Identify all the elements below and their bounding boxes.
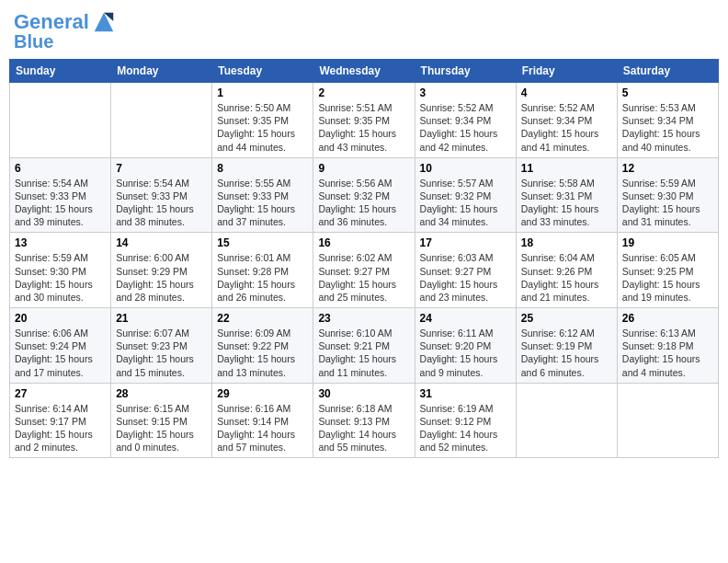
calendar-cell: 29Sunrise: 6:16 AM Sunset: 9:14 PM Dayli…	[212, 383, 313, 458]
calendar-cell: 12Sunrise: 5:59 AM Sunset: 9:30 PM Dayli…	[617, 157, 718, 233]
day-number: 13	[15, 236, 106, 249]
calendar-cell: 16Sunrise: 6:02 AM Sunset: 9:27 PM Dayli…	[313, 233, 415, 308]
calendar-cell: 15Sunrise: 6:01 AM Sunset: 9:28 PM Dayli…	[212, 233, 313, 308]
calendar-cell: 2Sunrise: 5:51 AM Sunset: 9:35 PM Daylig…	[313, 83, 415, 158]
day-info: Sunrise: 5:59 AM Sunset: 9:30 PM Dayligh…	[15, 251, 106, 304]
day-info: Sunrise: 6:07 AM Sunset: 9:23 PM Dayligh…	[116, 327, 207, 379]
day-info: Sunrise: 5:52 AM Sunset: 9:34 PM Dayligh…	[521, 101, 612, 154]
calendar-cell: 17Sunrise: 6:03 AM Sunset: 9:27 PM Dayli…	[415, 233, 516, 308]
calendar-cell: 11Sunrise: 5:58 AM Sunset: 9:31 PM Dayli…	[516, 157, 617, 233]
day-number: 10	[420, 162, 511, 175]
day-info: Sunrise: 6:16 AM Sunset: 9:14 PM Dayligh…	[217, 402, 308, 454]
calendar-cell: 3Sunrise: 5:52 AM Sunset: 9:34 PM Daylig…	[415, 83, 516, 158]
day-info: Sunrise: 6:14 AM Sunset: 9:17 PM Dayligh…	[15, 402, 106, 454]
day-info: Sunrise: 6:11 AM Sunset: 9:20 PM Dayligh…	[420, 327, 511, 379]
day-number: 19	[622, 236, 713, 249]
day-info: Sunrise: 5:55 AM Sunset: 9:33 PM Dayligh…	[217, 177, 308, 229]
calendar-cell: 18Sunrise: 6:04 AM Sunset: 9:26 PM Dayli…	[516, 233, 617, 308]
calendar-cell: 30Sunrise: 6:18 AM Sunset: 9:13 PM Dayli…	[313, 383, 415, 458]
day-number: 23	[318, 312, 409, 325]
day-info: Sunrise: 6:18 AM Sunset: 9:13 PM Dayligh…	[318, 402, 409, 454]
calendar-cell: 19Sunrise: 6:05 AM Sunset: 9:25 PM Dayli…	[617, 233, 718, 308]
day-info: Sunrise: 6:06 AM Sunset: 9:24 PM Dayligh…	[15, 327, 106, 379]
day-info: Sunrise: 6:00 AM Sunset: 9:29 PM Dayligh…	[116, 251, 207, 304]
day-number: 18	[521, 236, 612, 249]
day-info: Sunrise: 6:02 AM Sunset: 9:27 PM Dayligh…	[318, 251, 409, 304]
day-info: Sunrise: 5:54 AM Sunset: 9:33 PM Dayligh…	[15, 177, 106, 229]
day-info: Sunrise: 5:56 AM Sunset: 9:32 PM Dayligh…	[318, 177, 409, 229]
calendar-week-row: 20Sunrise: 6:06 AM Sunset: 9:24 PM Dayli…	[10, 308, 719, 384]
day-number: 12	[622, 162, 713, 175]
day-number: 25	[521, 312, 612, 325]
calendar-cell: 14Sunrise: 6:00 AM Sunset: 9:29 PM Dayli…	[111, 233, 212, 308]
calendar-header-row: SundayMondayTuesdayWednesdayThursdayFrid…	[10, 60, 719, 83]
day-number: 1	[217, 86, 308, 99]
logo-text: General	[14, 11, 89, 33]
day-info: Sunrise: 5:59 AM Sunset: 9:30 PM Dayligh…	[622, 177, 713, 229]
day-info: Sunrise: 6:15 AM Sunset: 9:15 PM Dayligh…	[116, 402, 207, 454]
day-number: 11	[521, 162, 612, 175]
day-info: Sunrise: 6:13 AM Sunset: 9:18 PM Dayligh…	[622, 327, 713, 379]
day-number: 22	[217, 312, 308, 325]
calendar-cell: 31Sunrise: 6:19 AM Sunset: 9:12 PM Dayli…	[415, 383, 516, 458]
day-number: 3	[420, 86, 511, 99]
column-header-thursday: Thursday	[415, 60, 516, 83]
logo: General Blue	[14, 9, 117, 52]
calendar-week-row: 6Sunrise: 5:54 AM Sunset: 9:33 PM Daylig…	[10, 157, 719, 233]
day-number: 14	[116, 236, 207, 249]
day-info: Sunrise: 6:12 AM Sunset: 9:19 PM Dayligh…	[521, 327, 612, 379]
day-number: 31	[420, 387, 511, 400]
calendar-table: SundayMondayTuesdayWednesdayThursdayFrid…	[9, 59, 719, 458]
day-number: 28	[116, 387, 207, 400]
calendar-cell	[10, 83, 111, 158]
day-number: 20	[15, 312, 106, 325]
day-info: Sunrise: 6:19 AM Sunset: 9:12 PM Dayligh…	[420, 402, 511, 454]
calendar-cell: 27Sunrise: 6:14 AM Sunset: 9:17 PM Dayli…	[10, 383, 111, 458]
day-number: 29	[217, 387, 308, 400]
calendar-cell: 13Sunrise: 5:59 AM Sunset: 9:30 PM Dayli…	[10, 233, 111, 308]
column-header-sunday: Sunday	[10, 60, 111, 83]
calendar-cell	[516, 383, 617, 458]
calendar-cell: 22Sunrise: 6:09 AM Sunset: 9:22 PM Dayli…	[212, 308, 313, 384]
day-info: Sunrise: 5:54 AM Sunset: 9:33 PM Dayligh…	[116, 177, 207, 229]
calendar-cell: 8Sunrise: 5:55 AM Sunset: 9:33 PM Daylig…	[212, 157, 313, 233]
calendar-cell: 7Sunrise: 5:54 AM Sunset: 9:33 PM Daylig…	[111, 157, 212, 233]
day-number: 9	[318, 162, 409, 175]
calendar-cell: 4Sunrise: 5:52 AM Sunset: 9:34 PM Daylig…	[516, 83, 617, 158]
calendar-cell	[111, 83, 212, 158]
day-info: Sunrise: 6:04 AM Sunset: 9:26 PM Dayligh…	[521, 251, 612, 304]
day-info: Sunrise: 5:58 AM Sunset: 9:31 PM Dayligh…	[521, 177, 612, 229]
day-number: 21	[116, 312, 207, 325]
day-info: Sunrise: 5:53 AM Sunset: 9:34 PM Dayligh…	[622, 101, 713, 154]
calendar-week-row: 27Sunrise: 6:14 AM Sunset: 9:17 PM Dayli…	[10, 383, 719, 458]
day-info: Sunrise: 6:09 AM Sunset: 9:22 PM Dayligh…	[217, 327, 308, 379]
day-number: 16	[318, 236, 409, 249]
day-info: Sunrise: 6:05 AM Sunset: 9:25 PM Dayligh…	[622, 251, 713, 304]
day-info: Sunrise: 5:57 AM Sunset: 9:32 PM Dayligh…	[420, 177, 511, 229]
day-number: 30	[318, 387, 409, 400]
calendar-cell: 20Sunrise: 6:06 AM Sunset: 9:24 PM Dayli…	[10, 308, 111, 384]
calendar-cell: 24Sunrise: 6:11 AM Sunset: 9:20 PM Dayli…	[415, 308, 516, 384]
column-header-monday: Monday	[111, 60, 212, 83]
calendar-cell: 23Sunrise: 6:10 AM Sunset: 9:21 PM Dayli…	[313, 308, 415, 384]
day-info: Sunrise: 6:03 AM Sunset: 9:27 PM Dayligh…	[420, 251, 511, 304]
page-header: General Blue	[9, 9, 719, 52]
day-number: 6	[15, 162, 106, 175]
calendar-cell: 21Sunrise: 6:07 AM Sunset: 9:23 PM Dayli…	[111, 308, 212, 384]
day-info: Sunrise: 5:52 AM Sunset: 9:34 PM Dayligh…	[420, 101, 511, 154]
calendar-cell: 9Sunrise: 5:56 AM Sunset: 9:32 PM Daylig…	[313, 157, 415, 233]
calendar-week-row: 13Sunrise: 5:59 AM Sunset: 9:30 PM Dayli…	[10, 233, 719, 308]
day-number: 5	[622, 86, 713, 99]
calendar-cell: 1Sunrise: 5:50 AM Sunset: 9:35 PM Daylig…	[212, 83, 313, 158]
column-header-friday: Friday	[516, 60, 617, 83]
calendar-cell	[617, 383, 718, 458]
column-header-saturday: Saturday	[617, 60, 718, 83]
logo-icon	[91, 9, 117, 35]
column-header-tuesday: Tuesday	[212, 60, 313, 83]
day-number: 17	[420, 236, 511, 249]
column-header-wednesday: Wednesday	[313, 60, 415, 83]
day-number: 2	[318, 86, 409, 99]
day-number: 4	[521, 86, 612, 99]
day-number: 27	[15, 387, 106, 400]
calendar-cell: 28Sunrise: 6:15 AM Sunset: 9:15 PM Dayli…	[111, 383, 212, 458]
